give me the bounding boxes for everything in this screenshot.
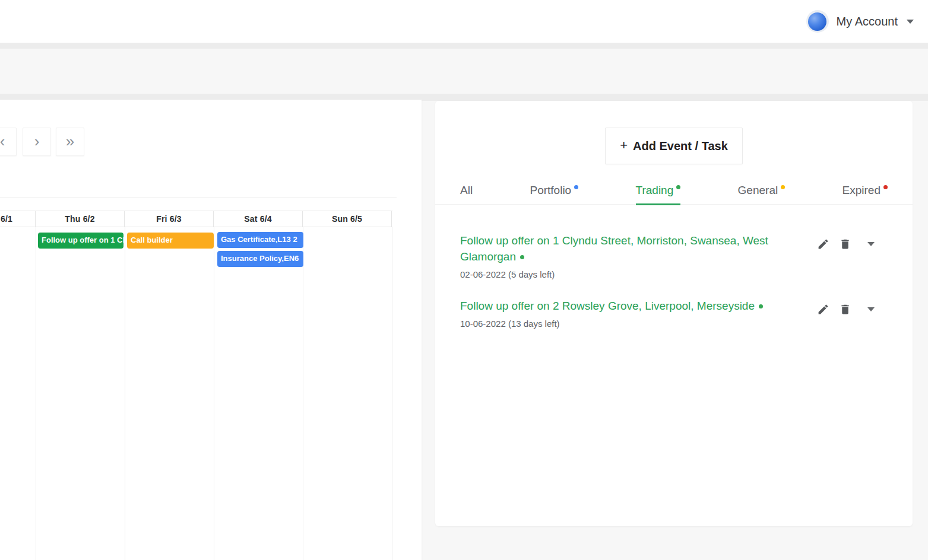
calendar-day-header-row: Wed 6/1 Thu 6/2 Fri 6/3 Sat 6/4 Sun 6/5	[0, 211, 392, 227]
grid-line	[214, 227, 214, 560]
expired-dot	[883, 185, 888, 189]
edit-icon[interactable]	[816, 303, 829, 316]
events-tasks-panel: + Add Event / Task All Portfolio Trading…	[435, 101, 913, 526]
chevron-down-icon	[907, 20, 914, 24]
grid-line	[303, 227, 303, 560]
avatar-globe-icon	[808, 12, 826, 31]
task-actions	[816, 233, 875, 250]
task-due-date: 02-06-2022 (5 days left)	[460, 269, 806, 279]
tab-expired[interactable]: Expired	[843, 184, 888, 203]
calendar-next-button[interactable]: ›	[23, 128, 51, 156]
task-info: Follow up offer on 1 Clyndu Street, Morr…	[460, 233, 816, 279]
tab-expired-label: Expired	[843, 184, 881, 196]
general-dot	[781, 185, 785, 189]
trading-dot	[676, 185, 680, 189]
task-actions	[816, 298, 875, 316]
task-due-date: 10-06-2022 (13 days left)	[460, 319, 806, 329]
day-header-sat: Sat 6/4	[214, 211, 303, 227]
day-header-thu: Thu 6/2	[36, 211, 125, 227]
calendar-event-insurance-policy[interactable]: Insurance Policy,EN6	[217, 251, 303, 267]
task-status-dot	[520, 255, 524, 259]
edit-icon[interactable]	[816, 237, 829, 250]
calendar-jump-forward-button[interactable]: »	[56, 128, 84, 156]
day-header-fri: Fri 6/3	[125, 211, 214, 227]
expand-caret-icon[interactable]	[867, 242, 875, 246]
calendar-divider	[0, 198, 397, 198]
account-menu[interactable]: My Account	[806, 0, 914, 43]
grid-line	[125, 227, 125, 560]
task-list: Follow up offer on 1 Clyndu Street, Morr…	[460, 233, 889, 347]
calendar-event-gas-certificate[interactable]: Gas Certificate,L13 2	[217, 232, 303, 248]
add-event-task-label: Add Event / Task	[633, 139, 728, 153]
day-header-wed: Wed 6/1	[0, 211, 36, 227]
task-title-link[interactable]: Follow up offer on 2 Rowsley Grove, Live…	[460, 298, 806, 314]
category-tabs: All Portfolio Trading General Expired	[435, 184, 913, 205]
tab-all-label: All	[460, 184, 473, 196]
delete-icon[interactable]	[838, 303, 851, 316]
task-info: Follow up offer on 2 Rowsley Grove, Live…	[460, 298, 816, 329]
task-status-dot	[759, 304, 763, 308]
day-header-sun: Sun 6/5	[303, 211, 392, 227]
top-bar: My Account	[0, 0, 928, 43]
delete-icon[interactable]	[838, 237, 851, 250]
calendar-event-follow-up-offer[interactable]: Follow up offer on 1 Clyndu Street, Morr…	[38, 233, 123, 249]
task-row: Follow up offer on 2 Rowsley Grove, Live…	[460, 298, 889, 329]
task-title-link[interactable]: Follow up offer on 1 Clyndu Street, Morr…	[460, 233, 806, 265]
plus-icon: +	[620, 138, 628, 153]
account-name: My Account	[837, 15, 898, 28]
tab-all[interactable]: All	[460, 184, 473, 203]
avatar	[806, 10, 829, 33]
tab-trading[interactable]: Trading	[636, 184, 681, 205]
calendar-event-call-builder[interactable]: Call builder	[127, 233, 214, 249]
task-title-text: Follow up offer on 1 Clyndu Street, Morr…	[460, 234, 768, 263]
calendar-prev-button[interactable]: ‹	[0, 128, 17, 156]
calendar-card: ‹ › » Wed 6/1 Thu 6/2 Fri 6/3 Sat 6/4 Su…	[0, 100, 422, 560]
add-event-task-button[interactable]: + Add Event / Task	[605, 128, 743, 164]
grid-line	[36, 227, 36, 560]
divider-band-top	[0, 43, 928, 49]
tab-general-label: General	[738, 184, 778, 196]
tab-portfolio-label: Portfolio	[530, 184, 571, 196]
tab-portfolio[interactable]: Portfolio	[530, 184, 578, 203]
grid-line	[392, 227, 392, 560]
task-title-text: Follow up offer on 2 Rowsley Grove, Live…	[460, 300, 755, 312]
task-row: Follow up offer on 1 Clyndu Street, Morr…	[460, 233, 889, 279]
portfolio-dot	[574, 185, 578, 189]
tab-trading-label: Trading	[636, 184, 674, 196]
expand-caret-icon[interactable]	[867, 307, 875, 311]
tab-general[interactable]: General	[738, 184, 786, 203]
